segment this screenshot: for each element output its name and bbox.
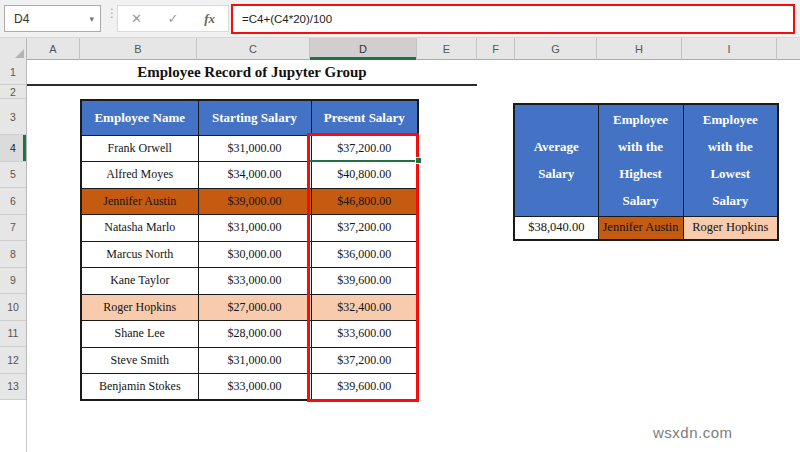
formula-bar: D4 ▾ ⋮ ✕ ✓ fx =C4+(C4*20)/100 xyxy=(0,0,800,38)
row-header-7[interactable]: 7 xyxy=(0,215,26,242)
cell-starting-salary[interactable]: $30,000.00 xyxy=(198,241,311,268)
row-header-13[interactable]: 13 xyxy=(0,374,26,401)
cell-employee-name[interactable]: Frank Orwell xyxy=(81,135,198,162)
cell-employee-name[interactable]: Kane Taylor xyxy=(81,268,198,295)
column-header-e[interactable]: E xyxy=(417,38,477,60)
summary-value-row: $38,040.00 Jennifer Austin Roger Hopkins xyxy=(514,216,778,240)
row-header-12[interactable]: 12 xyxy=(0,347,26,374)
drag-handle-icon: ⋮ xyxy=(106,7,116,31)
cell-highest-salary-employee[interactable]: Jennifer Austin xyxy=(598,216,683,240)
summary-table: Average Salary Employee with the Highest… xyxy=(513,103,779,241)
column-header-b[interactable]: B xyxy=(80,38,197,60)
row-header-11[interactable]: 11 xyxy=(0,321,26,348)
cancel-icon[interactable]: ✕ xyxy=(131,11,142,26)
row-header-4-selected[interactable]: 4 xyxy=(0,135,26,162)
cell-average-salary[interactable]: $38,040.00 xyxy=(514,216,598,240)
header-highest-salary[interactable]: Employee with the Highest Salary xyxy=(598,104,683,216)
cell-starting-salary[interactable]: $31,000.00 xyxy=(198,135,311,162)
formula-text: =C4+(C4*20)/100 xyxy=(242,13,332,25)
excel-window: D4 ▾ ⋮ ✕ ✓ fx =C4+(C4*20)/100 A B C D E … xyxy=(0,0,800,452)
row-header-bar-extension xyxy=(0,400,27,452)
chevron-down-icon[interactable]: ▾ xyxy=(89,14,94,24)
formula-input[interactable]: =C4+(C4*20)/100 xyxy=(231,4,795,34)
cell-starting-salary[interactable]: $31,000.00 xyxy=(198,215,311,242)
name-box-value: D4 xyxy=(14,12,29,26)
column-header-c[interactable]: C xyxy=(197,38,310,60)
watermark: wsxdn.com xyxy=(653,424,733,441)
cell-lowest-salary-employee[interactable]: Roger Hopkins xyxy=(683,216,778,240)
sheet-title-cell[interactable]: Employee Record of Jupyter Group xyxy=(27,60,477,86)
cell-starting-salary[interactable]: $39,000.00 xyxy=(198,188,311,215)
cell-starting-salary[interactable]: $28,000.00 xyxy=(198,321,311,348)
row-header-bar: 1 2 3 4 5 6 7 8 9 10 11 12 13 xyxy=(0,60,27,400)
cell-starting-salary[interactable]: $34,000.00 xyxy=(198,162,311,189)
cell-employee-name[interactable]: Natasha Marlo xyxy=(81,215,198,242)
row-header-1[interactable]: 1 xyxy=(0,60,26,85)
cell-employee-name[interactable]: Benjamin Stokes xyxy=(81,374,198,401)
annotation-red-rectangle xyxy=(307,133,419,402)
row-header-8[interactable]: 8 xyxy=(0,241,26,268)
cell-starting-salary[interactable]: $33,000.00 xyxy=(198,374,311,401)
header-present-salary[interactable]: Present Salary xyxy=(311,100,418,135)
header-lowest-salary[interactable]: Employee with the Lowest Salary xyxy=(683,104,778,216)
row-header-6[interactable]: 6 xyxy=(0,188,26,215)
cell-employee-name[interactable]: Steve Smith xyxy=(81,347,198,374)
cell-starting-salary[interactable]: $31,000.00 xyxy=(198,347,311,374)
row-header-10[interactable]: 10 xyxy=(0,294,26,321)
select-all-button[interactable] xyxy=(0,38,27,60)
cell-employee-name[interactable]: Roger Hopkins xyxy=(81,294,198,321)
cell-employee-name[interactable]: Marcus North xyxy=(81,241,198,268)
name-box[interactable]: D4 ▾ xyxy=(4,5,101,32)
column-header-bar: A B C D E F G H I xyxy=(0,38,800,60)
cell-starting-salary[interactable]: $27,000.00 xyxy=(198,294,311,321)
column-header-f[interactable]: F xyxy=(477,38,515,60)
column-header-g[interactable]: G xyxy=(515,38,597,60)
insert-function-icon[interactable]: fx xyxy=(204,11,215,27)
cell-employee-name[interactable]: Jennifer Austin xyxy=(81,188,198,215)
row-header-3[interactable]: 3 xyxy=(0,99,26,135)
column-header-d-selected[interactable]: D xyxy=(310,38,417,60)
fill-handle[interactable] xyxy=(415,157,422,164)
enter-icon[interactable]: ✓ xyxy=(168,11,179,26)
summary-header-row: Average Salary Employee with the Highest… xyxy=(514,104,778,216)
header-starting-salary[interactable]: Starting Salary xyxy=(198,100,311,135)
cell-employee-name[interactable]: Shane Lee xyxy=(81,321,198,348)
header-average-salary[interactable]: Average Salary xyxy=(514,104,598,216)
row-header-2[interactable]: 2 xyxy=(0,85,26,99)
header-employee-name[interactable]: Employee Name xyxy=(81,100,198,135)
employee-table-header-row: Employee Name Starting Salary Present Sa… xyxy=(81,100,418,135)
row-header-5[interactable]: 5 xyxy=(0,162,26,189)
column-header-a[interactable]: A xyxy=(27,38,80,60)
formula-buttons: ✕ ✓ fx xyxy=(117,5,229,32)
column-header-i[interactable]: I xyxy=(682,38,777,60)
column-header-h[interactable]: H xyxy=(597,38,682,60)
active-cell-border xyxy=(310,160,417,162)
select-all-triangle-icon xyxy=(15,49,24,58)
row-header-9[interactable]: 9 xyxy=(0,268,26,295)
cell-starting-salary[interactable]: $33,000.00 xyxy=(198,268,311,295)
cell-employee-name[interactable]: Alfred Moyes xyxy=(81,162,198,189)
